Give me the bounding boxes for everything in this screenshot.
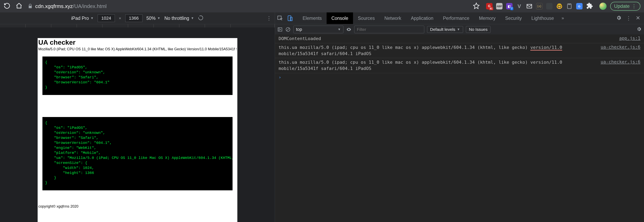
home-icon[interactable]: [16, 3, 22, 10]
copyright-text: copyright© xgqfrms 2020: [38, 204, 237, 216]
devtools-tab-application[interactable]: Application: [406, 13, 438, 24]
page-title: UA checker: [38, 39, 236, 46]
url-text: cdn.xgqfrms.xyz/UA/index.html: [35, 3, 107, 10]
devtools-tab-sources[interactable]: Sources: [353, 13, 380, 24]
device-height-input[interactable]: [125, 15, 142, 22]
devtools-more-icon[interactable]: ⋮: [626, 15, 631, 22]
console-prompt[interactable]: ›: [275, 73, 644, 81]
log-message: this.ua mozilla/5.0 (ipad; cpu os 11_0 l…: [278, 45, 596, 57]
console-log-row[interactable]: this.ua mozilla/5.0 (ipad; cpu os 11_0 l…: [275, 43, 644, 58]
ext-face-icon[interactable]: 🤓: [556, 3, 562, 10]
extensions-menu-icon[interactable]: [586, 3, 593, 10]
devtools-tab-memory[interactable]: Memory: [474, 13, 500, 24]
ext-qr-icon[interactable]: [546, 3, 552, 10]
device-select[interactable]: iPad Pro▼: [71, 16, 94, 21]
console-output[interactable]: DOMContentLoadedapp.js:1this.ua mozilla/…: [275, 35, 644, 222]
log-source-link[interactable]: app.js:1: [619, 36, 640, 42]
devtools-tabstrip: ElementsConsoleSourcesNetworkApplication…: [275, 13, 644, 24]
svg-rect-4: [288, 16, 291, 21]
update-button[interactable]: Update⋮: [610, 2, 640, 11]
ext-a-icon[interactable]: {a}: [536, 3, 542, 10]
devtools-tab-performance[interactable]: Performance: [438, 13, 474, 24]
star-icon[interactable]: [473, 3, 480, 10]
issues-button[interactable]: No Issues: [466, 26, 490, 33]
ext-v-icon[interactable]: V: [516, 3, 522, 10]
log-levels-select[interactable]: Default levels▼: [427, 26, 463, 33]
ext-mail-icon[interactable]: [526, 3, 532, 10]
device-viewport: UA checker Mozilla/5.0 (iPad; CPU OS 11_…: [0, 35, 275, 222]
device-mode-icon[interactable]: [287, 15, 293, 21]
settings-gear-icon[interactable]: [616, 15, 622, 22]
console-toolbar: top▼ Default levels▼ No Issues: [275, 24, 644, 35]
ext-tab-icon[interactable]: ◧7: [506, 3, 512, 10]
console-settings-icon[interactable]: [636, 27, 642, 33]
devtools-tab-security[interactable]: Security: [500, 13, 526, 24]
log-message: DOMContentLoaded: [278, 36, 614, 42]
lock-icon: [28, 4, 33, 9]
json-output-1: { "os": "iPadOS", "osVersion": "unknown"…: [42, 57, 232, 95]
page-content[interactable]: UA checker Mozilla/5.0 (iPad; CPU OS 11_…: [38, 38, 237, 222]
devtools-tab-console[interactable]: Console: [326, 13, 353, 24]
ext-clip-icon[interactable]: [566, 3, 572, 10]
clear-console-icon[interactable]: [286, 27, 290, 32]
tabs-overflow-icon[interactable]: »: [562, 16, 564, 21]
device-width-input[interactable]: [98, 15, 115, 22]
context-select[interactable]: top▼: [294, 26, 344, 33]
ua-string: Mozilla/5.0 (iPad; CPU OS 11_0 like Mac …: [38, 47, 236, 51]
console-log-row[interactable]: DOMContentLoadedapp.js:1: [275, 35, 644, 43]
log-message: this.ua mozilla/5.0 (ipad; cpu os 11_0 l…: [278, 59, 596, 72]
devtools-close-icon[interactable]: [636, 16, 640, 21]
throttling-select[interactable]: No throttling▼: [164, 16, 194, 21]
inspect-icon[interactable]: [277, 15, 283, 21]
device-toolbar-more-icon[interactable]: ⋮: [266, 15, 272, 22]
devtools-tab-elements[interactable]: Elements: [298, 13, 326, 24]
device-toolbar: iPad Pro▼ × 50%▼ No throttling▼ ⋮: [0, 13, 275, 24]
browser-toolbar: cdn.xgqfrms.xyz/UA/index.html G81 ABP ◧7…: [0, 0, 644, 13]
device-ruler: [0, 24, 275, 35]
console-sidebar-toggle-icon[interactable]: [277, 27, 282, 32]
address-bar[interactable]: cdn.xgqfrms.xyz/UA/index.html: [28, 3, 107, 10]
extension-icons: G81 ABP ◧7 V {a} 🤓 G: [486, 3, 593, 10]
live-expression-icon[interactable]: [346, 27, 352, 32]
ext-translate-icon[interactable]: G: [576, 3, 582, 10]
zoom-select[interactable]: 50%▼: [146, 16, 160, 21]
console-log-row[interactable]: this.ua mozilla/5.0 (ipad; cpu os 11_0 l…: [275, 58, 644, 73]
reload-icon[interactable]: [4, 3, 10, 10]
ext-abp-icon[interactable]: ABP: [496, 3, 502, 10]
log-source-link[interactable]: ua-checker.js:6: [600, 45, 640, 57]
devtools-tab-lighthouse[interactable]: Lighthouse: [526, 13, 559, 24]
dimension-x: ×: [119, 16, 121, 21]
log-source-link[interactable]: ua-checker.js:6: [600, 59, 640, 72]
ext-recorder-icon[interactable]: G81: [486, 3, 492, 10]
devtools-tab-network[interactable]: Network: [380, 13, 406, 24]
profile-avatar[interactable]: [599, 3, 606, 10]
rotate-icon[interactable]: [198, 15, 204, 22]
json-output-2: { "os": "iPadOS", "osVersion": "unknown"…: [42, 117, 232, 190]
filter-input[interactable]: [354, 26, 424, 33]
